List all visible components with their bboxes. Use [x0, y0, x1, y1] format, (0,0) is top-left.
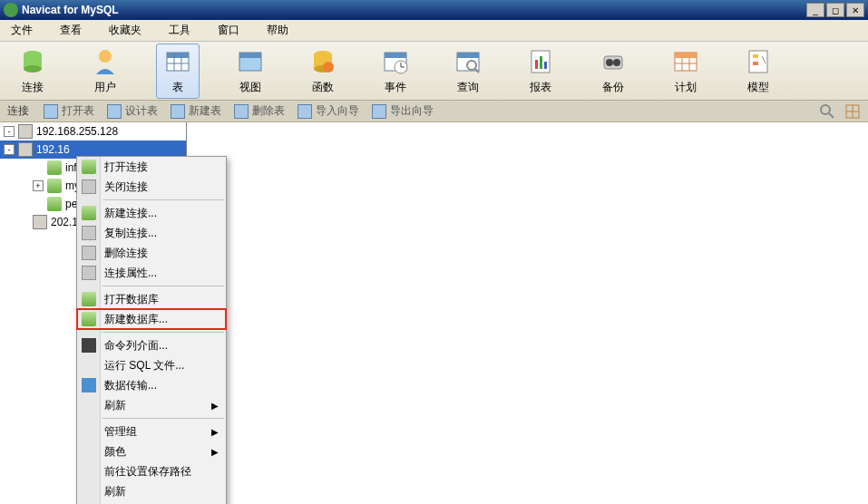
view-icon	[236, 47, 265, 76]
menu-5[interactable]: 帮助	[263, 21, 292, 40]
expander-icon[interactable]: -	[4, 144, 15, 155]
toolbar-label: 报表	[530, 80, 551, 95]
restore-button[interactable]: ◻	[826, 3, 844, 17]
search-icon[interactable]	[819, 103, 835, 120]
subtool-1[interactable]: 设计表	[107, 103, 158, 119]
subtool-icon	[372, 104, 386, 119]
query-icon	[454, 47, 483, 76]
toolbar-label: 模型	[747, 80, 769, 95]
context-label: 删除连接	[104, 246, 148, 261]
svg-rect-25	[535, 60, 538, 69]
toolbar-function-button[interactable]: 函数	[301, 44, 345, 99]
context-item-1[interactable]: 关闭连接	[77, 177, 226, 197]
context-item-0[interactable]: 打开连接	[77, 157, 226, 177]
context-item-19[interactable]: 刷新	[77, 481, 226, 501]
menu-2[interactable]: 收藏夹	[105, 21, 145, 40]
context-item-13[interactable]: 数据传输...	[77, 375, 226, 395]
context-label: 刷新	[104, 484, 126, 499]
context-label: 管理组	[104, 424, 137, 440]
subtool-5[interactable]: 导出向导	[372, 103, 434, 119]
svg-rect-26	[540, 56, 542, 69]
context-item-18[interactable]: 前往设置保存路径	[77, 461, 226, 481]
toolbar-report-button[interactable]: 报表	[519, 44, 562, 99]
submenu-arrow-icon: ▶	[211, 401, 219, 411]
toolbar-backup-button[interactable]: 备份	[591, 44, 635, 99]
database-icon	[47, 197, 62, 211]
svg-point-2	[24, 65, 42, 73]
subtool-2[interactable]: 新建表	[171, 103, 221, 119]
grid-icon[interactable]	[844, 103, 861, 120]
context-label: 前往设置保存路径	[104, 464, 191, 480]
context-item-3[interactable]: 新建连接...	[77, 203, 226, 223]
toolbar-query-button[interactable]: 查询	[446, 44, 490, 99]
subtool-label: 删除表	[252, 103, 285, 119]
toolbar-table-button[interactable]: 表	[156, 44, 200, 99]
context-label: 数据传输...	[104, 378, 157, 393]
toolbar-model-button[interactable]: 模型	[736, 44, 780, 99]
schedule-icon	[671, 47, 700, 76]
context-label: 颜色	[104, 444, 126, 460]
context-item-16[interactable]: 管理组▶	[77, 422, 226, 441]
context-item-14[interactable]: 刷新▶	[77, 395, 226, 415]
subtool-0[interactable]: 打开表	[44, 103, 94, 119]
svg-rect-38	[753, 62, 758, 65]
subtool-icon	[234, 104, 249, 119]
minimize-button[interactable]: _	[806, 3, 824, 17]
main-toolbar: 连接用户表视图函数事件查询报表备份计划模型	[0, 42, 868, 101]
toolbar-label: 查询	[457, 80, 479, 95]
context-item-6[interactable]: 连接属性...	[77, 263, 226, 283]
svg-rect-10	[239, 53, 261, 58]
toolbar-event-button[interactable]: 事件	[374, 44, 417, 99]
context-label: 新建连接...	[104, 206, 157, 221]
context-label: 新建数据库...	[104, 312, 168, 327]
context-item-5[interactable]: 删除连接	[77, 243, 226, 263]
menu-4[interactable]: 窗口	[214, 21, 243, 40]
subtool-4[interactable]: 导入向导	[297, 103, 359, 119]
menu-3[interactable]: 工具	[165, 21, 194, 40]
context-icon	[82, 226, 96, 240]
submenu-arrow-icon: ▶	[211, 447, 219, 457]
toolbar-connection-button[interactable]: 连接	[11, 44, 54, 99]
svg-rect-21	[457, 53, 479, 58]
expander-icon[interactable]: +	[33, 180, 44, 191]
menu-0[interactable]: 文件	[7, 21, 36, 40]
context-label: 打开连接	[104, 160, 148, 175]
context-icon	[82, 246, 96, 260]
event-icon	[381, 47, 410, 76]
context-item-8[interactable]: 打开数据库	[77, 289, 226, 309]
context-icon	[82, 338, 96, 353]
subtool-icon	[107, 104, 122, 119]
context-item-11[interactable]: 命令列介面...	[77, 335, 226, 355]
context-icon	[82, 292, 96, 306]
toolbar-label: 视图	[239, 80, 261, 95]
menu-1[interactable]: 查看	[56, 21, 85, 40]
function-icon	[308, 47, 337, 76]
context-item-4[interactable]: 复制连接...	[77, 223, 226, 243]
context-label: 连接属性...	[104, 266, 157, 281]
toolbar-schedule-button[interactable]: 计划	[664, 44, 707, 99]
context-item-17[interactable]: 颜色▶	[77, 441, 226, 461]
svg-rect-5	[167, 53, 189, 58]
context-separator	[102, 332, 224, 333]
context-item-12[interactable]: 运行 SQL 文件...	[77, 355, 226, 375]
tree-item-0[interactable]: -192.168.255.128	[0, 122, 186, 141]
sub-toolbar-label: 连接	[7, 103, 29, 119]
toolbar-user-button[interactable]: 用户	[83, 44, 127, 99]
close-button[interactable]: ✕	[846, 3, 864, 17]
content-area	[187, 122, 868, 504]
svg-point-3	[99, 50, 112, 63]
expander-icon[interactable]: -	[4, 126, 15, 137]
svg-rect-27	[544, 62, 547, 69]
titlebar: Navicat for MySQL _ ◻ ✕	[0, 0, 868, 20]
svg-rect-37	[753, 54, 758, 58]
subtool-label: 新建表	[189, 103, 221, 119]
table-icon	[163, 47, 192, 76]
report-icon	[526, 47, 555, 76]
subtool-3[interactable]: 删除表	[234, 103, 285, 119]
subtool-label: 打开表	[62, 103, 94, 119]
context-label: 关闭连接	[104, 179, 148, 195]
context-item-9[interactable]: 新建数据库...	[77, 309, 226, 329]
toolbar-view-button[interactable]: 视图	[229, 44, 272, 99]
toolbar-label: 事件	[385, 80, 406, 95]
connection-icon	[18, 47, 47, 76]
